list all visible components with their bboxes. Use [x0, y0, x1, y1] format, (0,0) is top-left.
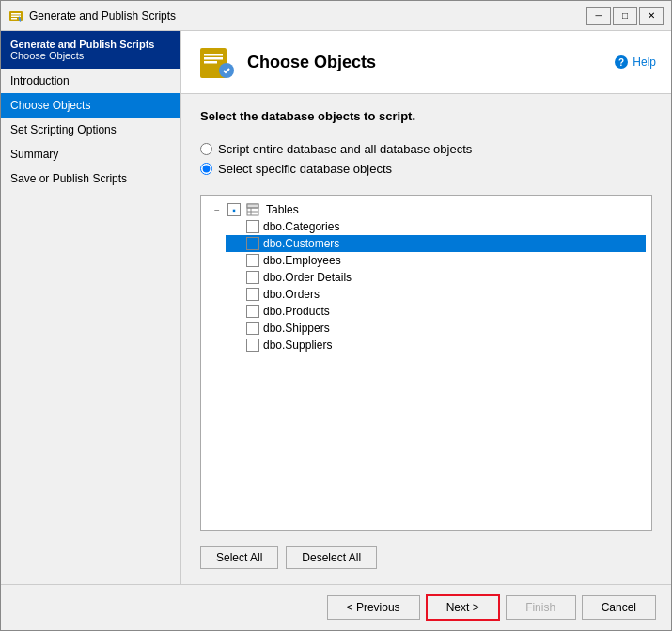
table-icon: [246, 203, 262, 216]
label-customers: dbo.Customers: [263, 237, 339, 250]
expand-placeholder: [229, 237, 242, 250]
checkbox-products[interactable]: [246, 305, 259, 318]
label-suppliers: dbo.Suppliers: [263, 339, 332, 352]
window-controls: ─ □ ✕: [586, 7, 664, 25]
svg-rect-3: [11, 18, 17, 20]
svg-rect-12: [247, 204, 258, 208]
instruction-text: Select the database objects to script.: [200, 109, 652, 123]
checkbox-order-details[interactable]: [246, 271, 259, 284]
checkbox-employees[interactable]: [246, 254, 259, 267]
svg-rect-6: [204, 57, 223, 60]
checkbox-shippers[interactable]: [246, 322, 259, 335]
deselect-all-button[interactable]: Deselect All: [286, 546, 377, 569]
tree-item-employees[interactable]: dbo.Employees: [226, 252, 646, 269]
radio-specific-objects-input[interactable]: [200, 163, 212, 175]
label-products: dbo.Products: [263, 305, 330, 318]
main-content: Select the database objects to script. S…: [181, 94, 671, 584]
label-shippers: dbo.Shippers: [263, 322, 330, 335]
select-buttons-row: Select All Deselect All: [200, 546, 652, 569]
svg-rect-1: [11, 13, 21, 15]
checkbox-customers[interactable]: [246, 237, 259, 250]
sidebar: Generate and Publish Scripts Choose Obje…: [1, 31, 181, 584]
sidebar-item-set-scripting-options[interactable]: Set Scripting Options: [1, 118, 180, 142]
checkbox-suppliers[interactable]: [246, 339, 259, 352]
help-icon: ?: [614, 55, 629, 70]
tree-root-checkbox[interactable]: [227, 203, 241, 216]
window: Generate and Publish Scripts ─ □ ✕ Gener…: [0, 0, 672, 631]
tree-root-item[interactable]: − Tables: [207, 201, 646, 218]
tree-item-shippers[interactable]: dbo.Shippers: [226, 320, 646, 337]
expand-placeholder: [229, 271, 242, 284]
sidebar-item-save-publish-scripts[interactable]: Save or Publish Scripts: [1, 166, 180, 191]
tree-item-suppliers[interactable]: dbo.Suppliers: [226, 337, 646, 354]
tree-item-products[interactable]: dbo.Products: [226, 303, 646, 320]
sidebar-header-line1: Generate and Publish Scripts: [10, 39, 171, 50]
finish-button[interactable]: Finish: [506, 595, 576, 620]
app-icon: [8, 8, 23, 24]
content-area: Generate and Publish Scripts Choose Obje…: [1, 31, 671, 584]
main-header: Choose Objects ? Help: [181, 31, 671, 94]
expand-placeholder: [229, 254, 242, 267]
label-employees: dbo.Employees: [263, 254, 341, 267]
previous-button[interactable]: < Previous: [327, 595, 420, 620]
tree-item-order-details[interactable]: dbo.Order Details: [226, 269, 646, 286]
close-button[interactable]: ✕: [639, 7, 664, 25]
tree-expand-icon[interactable]: −: [211, 203, 224, 216]
svg-text:?: ?: [618, 57, 624, 68]
label-orders: dbo.Orders: [263, 288, 320, 301]
radio-entire-db-input[interactable]: [200, 143, 212, 155]
select-all-button[interactable]: Select All: [200, 546, 278, 569]
sidebar-header-line2: Choose Objects: [10, 50, 171, 61]
next-button[interactable]: Next >: [426, 594, 500, 621]
main-panel: Choose Objects ? Help Select the databas…: [181, 31, 671, 584]
tree-root: − Tables: [207, 201, 646, 354]
titlebar: Generate and Publish Scripts ─ □ ✕: [1, 1, 671, 31]
tree-item-customers[interactable]: dbo.Customers: [226, 235, 646, 252]
radio-specific-objects[interactable]: Select specific database objects: [200, 162, 652, 176]
footer: < Previous Next > Finish Cancel: [1, 584, 671, 630]
minimize-button[interactable]: ─: [586, 7, 611, 25]
tree-item-categories[interactable]: dbo.Categories: [226, 218, 646, 235]
expand-placeholder: [229, 288, 242, 301]
sidebar-header: Generate and Publish Scripts Choose Obje…: [1, 31, 180, 69]
help-label: Help: [633, 55, 656, 69]
label-order-details: dbo.Order Details: [263, 271, 352, 284]
radio-group: Script entire database and all database …: [200, 142, 652, 176]
checkbox-orders[interactable]: [246, 288, 259, 301]
radio-entire-db[interactable]: Script entire database and all database …: [200, 142, 652, 156]
help-link[interactable]: ? Help: [614, 55, 656, 70]
expand-placeholder: [229, 322, 242, 335]
checkbox-categories[interactable]: [246, 220, 259, 233]
maximize-button[interactable]: □: [613, 7, 637, 25]
tree-container[interactable]: − Tables: [200, 195, 652, 531]
expand-placeholder: [229, 305, 242, 318]
radio-specific-objects-label: Select specific database objects: [218, 162, 392, 176]
radio-entire-db-label: Script entire database and all database …: [218, 142, 472, 156]
cancel-button[interactable]: Cancel: [582, 595, 656, 620]
sidebar-item-summary[interactable]: Summary: [1, 142, 180, 166]
tree-item-orders[interactable]: dbo.Orders: [226, 286, 646, 303]
svg-rect-7: [204, 61, 217, 64]
main-header-title: Choose Objects: [247, 53, 602, 72]
label-categories: dbo.Categories: [263, 220, 339, 233]
main-header-icon: [196, 42, 236, 82]
expand-placeholder: [229, 220, 242, 233]
window-title: Generate and Publish Scripts: [29, 9, 586, 23]
sidebar-item-introduction[interactable]: Introduction: [1, 69, 180, 93]
tree-children: dbo.Categories dbo.Customers dbo.Employe: [226, 218, 646, 354]
expand-placeholder: [229, 339, 242, 352]
svg-rect-5: [204, 54, 223, 56]
sidebar-item-choose-objects[interactable]: Choose Objects: [1, 93, 180, 118]
tree-root-label: Tables: [266, 203, 299, 216]
